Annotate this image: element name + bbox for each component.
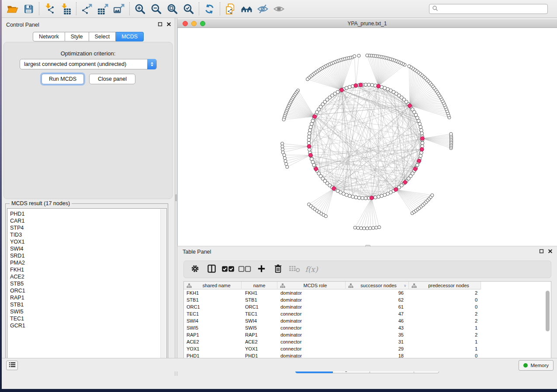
add-button[interactable] — [254, 262, 269, 276]
list-item[interactable]: ACE2 — [7, 273, 166, 280]
binoculars-icon — [241, 3, 253, 15]
list-item[interactable]: TID3 — [7, 231, 166, 238]
table-row[interactable]: TEC1TEC1connector472 — [184, 310, 551, 317]
table-row[interactable]: SWI4SWI4dominator462 — [184, 317, 551, 324]
column-header-successor-nodes[interactable]: successor nodes∨ — [346, 282, 409, 289]
splitter-handle[interactable] — [175, 194, 177, 201]
select-all-button[interactable] — [221, 262, 235, 276]
table-cell: STB1 — [242, 296, 277, 303]
desktop: Control Panel NetworkStyleSelectMCDS Opt… — [0, 0, 557, 392]
column-header-name[interactable]: name — [242, 282, 277, 289]
table-row[interactable]: ACE2ACE2connector311 — [184, 338, 551, 345]
save-session-button[interactable] — [21, 1, 37, 17]
table-row[interactable]: RAP1RAP1dominator352 — [184, 331, 551, 338]
close-window-icon[interactable] — [183, 21, 188, 26]
memory-button[interactable]: Memory — [519, 360, 554, 371]
eye-slash-icon — [257, 3, 269, 15]
zoom-fit-button[interactable] — [164, 1, 180, 17]
scrollbar-track[interactable] — [160, 209, 166, 364]
criterion-select[interactable]: largest connected component (undirected) — [20, 59, 157, 69]
tab-style[interactable]: Style — [65, 32, 89, 41]
deselect-all-button[interactable] — [237, 262, 252, 276]
tab-mcds[interactable]: MCDS — [116, 32, 144, 41]
list-item[interactable]: PMA2 — [7, 259, 166, 266]
table-cell: 46 — [346, 317, 409, 324]
add-icon — [256, 264, 266, 275]
show-columns-button[interactable] — [204, 262, 219, 276]
zoom-in-button[interactable] — [132, 1, 148, 17]
search-box[interactable] — [429, 4, 548, 14]
list-item[interactable]: STB1 — [7, 301, 166, 308]
table-row[interactable]: FKH1FKH1dominator962 — [184, 289, 551, 296]
table-options-button[interactable] — [187, 262, 202, 276]
zoom-selected-button[interactable] — [180, 1, 197, 17]
network-canvas[interactable] — [177, 28, 557, 246]
minimize-window-icon[interactable] — [191, 21, 197, 26]
list-item[interactable]: ORC1 — [7, 287, 166, 294]
table-cell: RAP1 — [184, 331, 242, 338]
table-row[interactable]: SWI5SWI5connector431 — [184, 324, 551, 331]
hierarchy-icon — [412, 283, 417, 288]
table-cell: 2 — [409, 317, 481, 324]
scrollbar-thumb[interactable] — [546, 291, 550, 331]
find-button[interactable] — [239, 1, 255, 17]
close-panel-icon[interactable] — [548, 249, 553, 255]
control-panel-tabs: NetworkStyleSelectMCDS — [2, 32, 175, 41]
zoom-out-button[interactable] — [148, 1, 164, 17]
list-item[interactable]: FKH1 — [7, 266, 166, 273]
column-label: predecessor nodes — [417, 283, 481, 288]
export-image-button[interactable] — [111, 1, 127, 17]
tab-select[interactable]: Select — [89, 32, 116, 41]
zoom-out-icon — [150, 3, 162, 15]
list-item[interactable]: RAP1 — [7, 294, 166, 301]
table-row[interactable]: ORC1ORC1dominator610 — [184, 303, 551, 310]
list-item[interactable]: STB5 — [7, 280, 166, 287]
list-item[interactable]: SWI4 — [7, 245, 166, 252]
search-input[interactable] — [440, 5, 545, 13]
open-session-button[interactable] — [4, 1, 21, 17]
mcds-result-list[interactable]: PHD1CAR1STP4TID3YOX1SWI4SRD1PMA2FKH1ACE2… — [7, 208, 167, 365]
list-item[interactable]: TEC1 — [7, 315, 166, 322]
scrollbar-track[interactable] — [545, 291, 550, 361]
clone-network-button[interactable] — [222, 1, 239, 17]
column-header-shared-name[interactable]: shared name — [184, 282, 242, 289]
column-label: MCDS role — [285, 283, 345, 288]
delete-button[interactable] — [270, 262, 285, 276]
table-cell: 1 — [409, 345, 481, 352]
list-item[interactable]: SWI5 — [7, 308, 166, 315]
network-graph[interactable] — [178, 28, 557, 246]
close-panel-button[interactable]: Close panel — [89, 74, 135, 84]
float-panel-icon[interactable] — [539, 249, 544, 255]
hide-selected-button[interactable] — [255, 1, 271, 17]
list-item[interactable]: STP4 — [7, 224, 166, 231]
maximize-window-icon[interactable] — [200, 21, 205, 26]
list-item[interactable]: YOX1 — [7, 238, 166, 245]
table-cell: 43 — [346, 324, 409, 331]
show-tasks-button[interactable] — [6, 361, 18, 370]
run-mcds-button[interactable]: Run MCDS — [42, 74, 84, 84]
float-panel-icon[interactable] — [158, 22, 163, 27]
table-cell: YOX1 — [184, 345, 242, 352]
export-table-button[interactable] — [95, 1, 111, 17]
table-cell: 1 — [409, 338, 481, 345]
tab-network[interactable]: Network — [33, 32, 65, 41]
network-window-titlebar[interactable]: YPA_prune.txt_1 — [177, 19, 557, 28]
refresh-button[interactable] — [201, 1, 218, 17]
list-item[interactable]: CAR1 — [7, 217, 166, 224]
export-network-button[interactable] — [79, 1, 95, 17]
list-item[interactable]: PHD1 — [7, 210, 166, 217]
column-header-predecessor-nodes[interactable]: predecessor nodes — [409, 282, 481, 289]
import-network-button[interactable] — [42, 1, 58, 17]
search-icon — [432, 5, 438, 13]
list-item[interactable]: SRD1 — [7, 252, 166, 259]
close-panel-icon[interactable] — [166, 22, 171, 27]
import-table-button[interactable] — [58, 1, 74, 17]
table-row[interactable]: STB1STB1dominator620 — [184, 296, 551, 303]
list-item[interactable]: GCR1 — [7, 322, 166, 329]
table-row[interactable]: YOX1YOX1connector291 — [184, 345, 551, 352]
refresh-icon — [204, 3, 215, 15]
node-table: shared namenameMCDS rolesuccessor nodes∨… — [183, 281, 551, 362]
criterion-value: largest connected component (undirected) — [24, 61, 126, 67]
column-label: shared name — [192, 283, 241, 288]
column-header-MCDS-role[interactable]: MCDS role — [277, 282, 346, 289]
